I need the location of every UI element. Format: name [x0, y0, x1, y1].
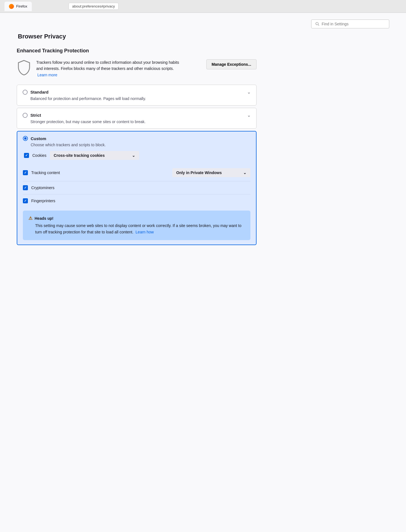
custom-expanded-body: Tracking content Only in Private Windows… — [17, 164, 257, 245]
etp-description-text: Trackers follow you around online to col… — [36, 59, 181, 78]
strict-chevron-icon: ⌄ — [247, 113, 251, 118]
browser-chrome: Firefox about:preferences#privacy — [0, 0, 406, 13]
cryptominers-row: Cryptominers — [23, 181, 250, 194]
custom-option-card[interactable]: Custom Choose which trackers and scripts… — [17, 131, 257, 164]
cryptominers-checkbox[interactable] — [23, 185, 28, 190]
find-in-settings-container — [311, 19, 389, 28]
standard-label-row: Standard — [23, 90, 49, 95]
standard-chevron-icon: ⌄ — [247, 89, 251, 95]
tracking-content-row: Tracking content Only in Private Windows… — [23, 164, 250, 181]
fingerprinters-row: Fingerprinters — [23, 194, 250, 207]
section-title: Enhanced Tracking Protection — [17, 48, 257, 54]
tracking-content-chevron-icon: ⌄ — [243, 170, 246, 175]
cryptominers-label: Cryptominers — [31, 186, 54, 190]
strict-radio[interactable] — [23, 113, 28, 118]
cookies-checkbox[interactable] — [24, 153, 29, 158]
manage-exceptions-button[interactable]: Manage Exceptions... — [206, 59, 257, 69]
settings-search-area — [0, 13, 406, 33]
fingerprinters-label: Fingerprinters — [31, 199, 55, 203]
strict-option-card[interactable]: Strict ⌄ Stronger protection, but may ca… — [17, 108, 257, 129]
custom-option-header: Custom — [23, 136, 250, 141]
heads-up-text: This setting may cause some web sites to… — [35, 223, 245, 235]
cookies-label: Cookies — [32, 153, 47, 158]
warning-icon: ⚠ — [28, 216, 32, 221]
etp-description-left: Trackers follow you around online to col… — [17, 59, 181, 78]
svg-line-1 — [318, 25, 319, 25]
heads-up-title: ⚠ Heads up! — [28, 216, 245, 221]
shield-icon — [17, 59, 31, 76]
fingerprinters-left: Fingerprinters — [23, 198, 55, 203]
etp-description-row: Trackers follow you around online to col… — [17, 59, 257, 78]
search-input[interactable] — [322, 22, 385, 26]
learn-more-link[interactable]: Learn more — [37, 73, 57, 77]
address-bar[interactable]: about:preferences#privacy — [69, 3, 119, 10]
standard-radio[interactable] — [23, 90, 28, 95]
learn-how-link[interactable]: Learn how — [136, 230, 154, 234]
standard-label: Standard — [30, 90, 49, 94]
tracking-content-label: Tracking content — [31, 170, 60, 175]
main-content: Browser Privacy Enhanced Tracking Protec… — [0, 33, 273, 258]
fingerprinters-checkbox[interactable] — [23, 198, 28, 203]
tracking-content-dropdown[interactable]: Only in Private Windows ⌄ — [172, 168, 250, 177]
tab-label: Firefox — [16, 4, 27, 8]
standard-option-header: Standard ⌄ — [23, 89, 251, 95]
custom-option-container: Custom Choose which trackers and scripts… — [17, 131, 257, 245]
tracking-content-dropdown-value: Only in Private Windows — [176, 170, 222, 175]
strict-option-header: Strict ⌄ — [23, 113, 251, 118]
page-title: Browser Privacy — [17, 33, 257, 40]
standard-description: Balanced for protection and performance.… — [30, 96, 251, 101]
custom-radio[interactable] — [23, 136, 28, 141]
tracking-content-left: Tracking content — [23, 170, 60, 175]
browser-tab[interactable]: Firefox — [4, 2, 32, 11]
cryptominers-left: Cryptominers — [23, 185, 54, 190]
strict-label-row: Strict — [23, 113, 41, 118]
address-text: about:preferences#privacy — [72, 4, 115, 8]
firefox-logo-icon — [9, 4, 14, 9]
cookies-row: Cookies Cross-site tracking cookies ⌄ — [24, 151, 250, 160]
cookies-dropdown[interactable]: Cross-site tracking cookies ⌄ — [50, 151, 139, 160]
custom-label-row: Custom — [23, 136, 46, 141]
cookies-dropdown-chevron-icon: ⌄ — [132, 153, 135, 158]
strict-label: Strict — [30, 113, 41, 118]
custom-description: Choose which trackers and scripts to blo… — [31, 143, 250, 147]
custom-label: Custom — [31, 136, 46, 141]
heads-up-box: ⚠ Heads up! This setting may cause some … — [23, 211, 250, 240]
standard-option-card[interactable]: Standard ⌄ Balanced for protection and p… — [17, 85, 257, 106]
strict-description: Stronger protection, but may cause some … — [30, 119, 251, 124]
search-icon — [315, 22, 320, 26]
tracking-content-checkbox[interactable] — [23, 170, 28, 175]
cookies-dropdown-value: Cross-site tracking cookies — [54, 153, 105, 158]
